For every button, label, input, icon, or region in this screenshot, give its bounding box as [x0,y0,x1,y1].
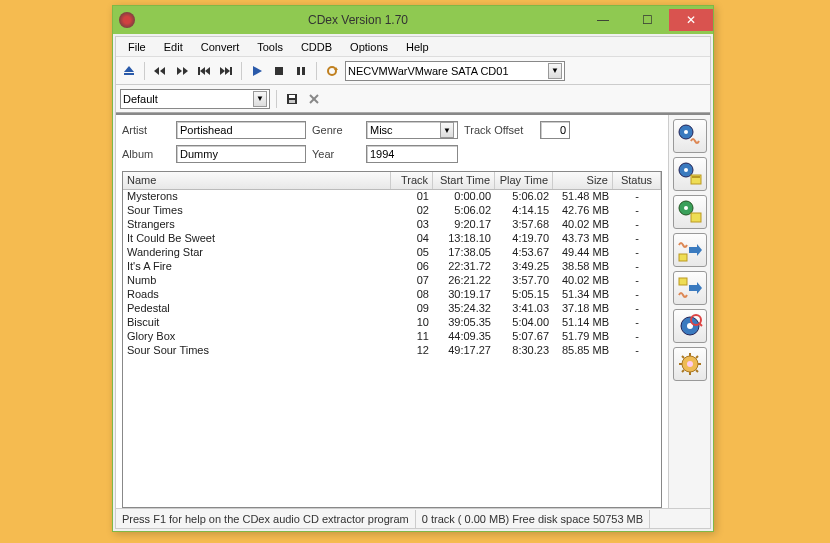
application-window: CDex Version 1.70 — ☐ ✕ File Edit Conver… [112,5,714,532]
extract-partial-button[interactable] [673,195,707,229]
cell-status: - [613,330,661,344]
drive-select[interactable]: NECVMWarVMware SATA CD01 ▼ [345,61,565,81]
chevron-down-icon[interactable]: ▼ [440,122,454,138]
table-row[interactable]: Biscuit1039:05.355:04.0051.14 MB- [123,316,661,330]
titlebar[interactable]: CDex Version 1.70 — ☐ ✕ [113,6,713,34]
table-row[interactable]: It's A Fire0622:31.723:49.2538.58 MB- [123,260,661,274]
cell-status: - [613,190,661,204]
menu-help[interactable]: Help [398,39,437,55]
table-row[interactable]: Roads0830:19.175:05.1551.34 MB- [123,288,661,302]
table-row[interactable]: Strangers039:20.173:57.6840.02 MB- [123,218,661,232]
album-label: Album [122,148,170,160]
svg-line-47 [696,370,698,372]
cell-status: - [613,246,661,260]
column-track[interactable]: Track [391,172,433,189]
column-status[interactable]: Status [613,172,661,189]
table-row[interactable]: Wandering Star0517:38.054:53.6749.44 MB- [123,246,661,260]
save-profile-button[interactable] [283,90,301,108]
svg-rect-13 [275,67,283,75]
svg-line-46 [682,356,684,358]
cell-size: 51.48 MB [553,190,613,204]
cell-name: Roads [123,288,391,302]
cell-status: - [613,204,661,218]
column-name[interactable]: Name [123,172,391,189]
column-start[interactable]: Start Time [433,172,495,189]
menu-convert[interactable]: Convert [193,39,248,55]
svg-marker-5 [183,67,188,75]
artist-label: Artist [122,124,170,136]
cell-name: Mysterons [123,190,391,204]
cell-track: 05 [391,246,433,260]
column-play[interactable]: Play Time [495,172,553,189]
separator [316,62,317,80]
status-disk: 0 track ( 0.00 MB) Free disk space 50753… [416,510,650,528]
close-button[interactable]: ✕ [669,9,713,31]
settings-button[interactable] [673,347,707,381]
column-size[interactable]: Size [553,172,613,189]
cell-size: 85.85 MB [553,344,613,358]
menu-tools[interactable]: Tools [249,39,291,55]
convert-compressed-wav-button[interactable] [673,271,707,305]
table-row[interactable]: It Could Be Sweet0413:18.104:19.7043.73 … [123,232,661,246]
cell-play: 4:19.70 [495,232,553,246]
side-buttons [668,115,710,508]
svg-line-49 [696,356,698,358]
menu-file[interactable]: File [120,39,154,55]
genre-label: Genre [312,124,360,136]
track-list-header: Name Track Start Time Play Time Size Sta… [123,172,661,190]
genre-select[interactable]: Misc▼ [366,121,458,139]
forward-button[interactable] [173,62,191,80]
eject-button[interactable] [120,62,138,80]
svg-rect-1 [124,73,134,75]
cell-start: 26:21.22 [433,274,495,288]
rewind-button[interactable] [151,62,169,80]
pause-button[interactable] [292,62,310,80]
year-field[interactable]: 1994 [366,145,458,163]
delete-profile-button[interactable] [305,90,323,108]
svg-rect-28 [692,176,700,178]
menu-edit[interactable]: Edit [156,39,191,55]
svg-marker-32 [689,244,702,256]
minimize-button[interactable]: — [581,9,625,31]
skip-back-button[interactable] [195,62,213,80]
cell-track: 04 [391,232,433,246]
offset-field[interactable]: 0 [540,121,570,139]
chevron-down-icon[interactable]: ▼ [253,91,267,107]
table-row[interactable]: Numb0726:21.223:57.7040.02 MB- [123,274,661,288]
cell-size: 37.18 MB [553,302,613,316]
table-row[interactable]: Glory Box1144:09.355:07.6751.79 MB- [123,330,661,344]
separator [241,62,242,80]
menu-cddb[interactable]: CDDB [293,39,340,55]
extract-wav-button[interactable] [673,119,707,153]
table-row[interactable]: Sour Sour Times1249:17.278:30.2385.85 MB… [123,344,661,358]
table-row[interactable]: Mysterons010:00.005:06.0251.48 MB- [123,190,661,204]
cell-play: 3:49.25 [495,260,553,274]
cell-track: 09 [391,302,433,316]
cell-status: - [613,218,661,232]
extract-compressed-button[interactable] [673,157,707,191]
album-field[interactable]: Dummy [176,145,306,163]
cddb-button[interactable] [673,309,707,343]
stop-button[interactable] [270,62,288,80]
play-button[interactable] [248,62,266,80]
separator [144,62,145,80]
fields-row-1: Artist Portishead Genre Misc▼ Track Offs… [122,121,662,139]
cell-size: 42.76 MB [553,204,613,218]
cell-size: 49.44 MB [553,246,613,260]
svg-rect-11 [230,67,232,75]
cell-name: Numb [123,274,391,288]
chevron-down-icon[interactable]: ▼ [548,63,562,79]
track-list-body[interactable]: Mysterons010:00.005:06.0251.48 MB-Sour T… [123,190,661,507]
svg-point-16 [328,67,336,75]
skip-forward-button[interactable] [217,62,235,80]
maximize-button[interactable]: ☐ [625,9,669,31]
menu-options[interactable]: Options [342,39,396,55]
app-icon [119,12,135,28]
cell-start: 30:19.17 [433,288,495,302]
table-row[interactable]: Sour Times025:06.024:14.1542.76 MB- [123,204,661,218]
convert-wav-compressed-button[interactable] [673,233,707,267]
table-row[interactable]: Pedestal0935:24.323:41.0337.18 MB- [123,302,661,316]
refresh-button[interactable] [323,62,341,80]
profile-select[interactable]: Default ▼ [120,89,270,109]
artist-field[interactable]: Portishead [176,121,306,139]
